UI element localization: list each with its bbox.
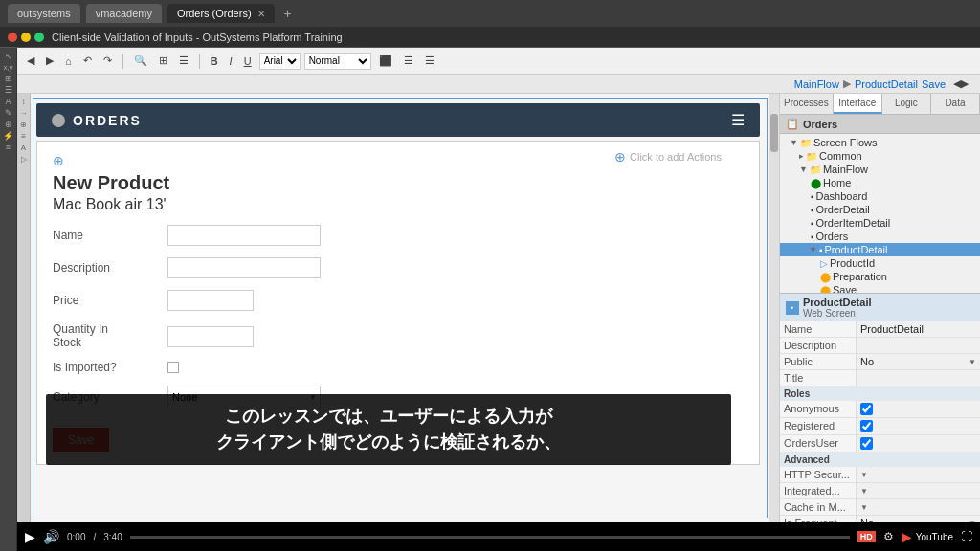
new-tab-button[interactable]: + — [284, 6, 292, 21]
add-action-icon: ⊕ — [614, 149, 626, 165]
underline-btn[interactable]: U — [240, 54, 256, 69]
prop-row-name: Name ProductDetail — [780, 321, 980, 338]
undo-btn[interactable]: ↶ — [79, 53, 96, 69]
tab-orders[interactable]: Orders (Orders) ✕ — [167, 4, 275, 23]
bold-btn[interactable]: B — [207, 54, 222, 69]
click-to-add[interactable]: ⊕ Click to add Actions — [614, 149, 722, 165]
xy-icon[interactable]: x,y — [3, 63, 12, 72]
tree-item-productdetail[interactable]: ▼ ▪ ProductDetail — [780, 243, 980, 256]
logic-tab[interactable]: Logic — [882, 94, 931, 114]
forward-btn[interactable]: ▶ — [42, 53, 57, 69]
fullscreen-icon[interactable]: ⛶ — [961, 530, 972, 543]
screen-icon: ▪ — [819, 245, 823, 255]
productdetail-link[interactable]: ProductDetail — [855, 78, 918, 90]
maximize-window-btn[interactable] — [34, 33, 44, 42]
integrated-dropdown[interactable] — [857, 483, 980, 498]
tree-item-dashboard[interactable]: ▪ Dashboard — [780, 189, 980, 203]
grid-btn[interactable]: ⊞ — [155, 53, 171, 69]
total-time: 3:40 — [103, 532, 122, 542]
tab-vmacademy[interactable]: vmacademy — [86, 4, 162, 23]
close-tab-icon[interactable]: ✕ — [257, 9, 265, 19]
folder-icon: 📁 — [806, 151, 817, 162]
tool7-icon[interactable]: ≡ — [6, 143, 11, 152]
screen-icon: ▪ — [811, 218, 814, 229]
cache-dropdown[interactable] — [857, 499, 980, 515]
style-select[interactable]: Normal — [304, 53, 371, 70]
interface-tab[interactable]: Interface — [834, 94, 882, 114]
scroll-thumb[interactable] — [770, 114, 778, 152]
youtube-label: YouTube — [916, 532, 953, 542]
tree-item-orders[interactable]: ▪ Orders — [780, 230, 980, 243]
volume-button[interactable]: 🔊 — [43, 529, 59, 544]
httpsecur-dropdown[interactable] — [857, 467, 980, 482]
screen-icon: ▪ — [811, 191, 814, 202]
font-select[interactable]: Arial — [259, 53, 301, 70]
align-right-btn[interactable]: ☰ — [421, 53, 438, 69]
tab-outsystems[interactable]: outsystems — [8, 4, 80, 23]
canvas-tool1[interactable]: ↕ — [22, 98, 26, 106]
canvas-scrollbar[interactable] — [769, 94, 779, 522]
home-btn[interactable]: ⌂ — [61, 54, 76, 69]
close-window-btn[interactable] — [8, 33, 17, 42]
tool6-icon[interactable]: ⚡ — [3, 131, 13, 141]
minimize-window-btn[interactable] — [21, 33, 31, 42]
processes-tab[interactable]: Processes — [780, 94, 834, 114]
tree-item-screen-flows[interactable]: ▼ 📁 Screen Flows — [780, 136, 980, 149]
tree-item-common[interactable]: ▸ 📁 Common — [780, 149, 980, 163]
tool4-icon[interactable]: ✎ — [5, 108, 12, 118]
settings-icon[interactable]: ⚙ — [883, 530, 894, 543]
prop-row-anonymous: Anonymous — [780, 401, 980, 418]
anonymous-checkbox[interactable] — [860, 403, 873, 415]
prop-row-description: Description — [780, 338, 980, 354]
subtitle-overlay: このレッスンでは、ユーザーによる入力が クライアント側でどのように検証されるか、 — [46, 394, 731, 465]
canvas-tool2[interactable]: → — [20, 109, 28, 118]
tree-item-home[interactable]: ⬤ Home — [780, 176, 980, 189]
tree-item-save[interactable]: ⬤ Save — [780, 283, 980, 293]
redo-btn[interactable]: ↷ — [100, 53, 116, 69]
ordersuser-checkbox[interactable] — [860, 437, 873, 450]
tree-item-mainflow[interactable]: ▼ 📁 MainFlow — [780, 163, 980, 176]
registered-checkbox[interactable] — [860, 420, 873, 432]
cursor-icon[interactable]: ↖ — [5, 52, 12, 61]
collapse-icon: ▼ — [799, 165, 808, 174]
prop-row-registered: Registered — [780, 418, 980, 435]
isfrequent-dropdown[interactable]: No — [857, 516, 980, 522]
flow-edit-btn[interactable]: ◀▶ — [949, 76, 972, 92]
folder-icon: 📁 — [810, 165, 821, 175]
var-icon: ▷ — [820, 258, 828, 269]
tree-item-productid[interactable]: ▷ ProductId — [780, 256, 980, 270]
play-button[interactable]: ▶ — [25, 529, 35, 544]
public-dropdown[interactable]: No — [857, 354, 980, 369]
tree-item-orderitemdetail[interactable]: ▪ OrderItemDetail — [780, 216, 980, 230]
canvas-tool4[interactable]: ≡ — [21, 132, 26, 141]
tool5-icon[interactable]: ⊕ — [5, 120, 12, 129]
window-title: Client-side Validation of Inputs - OutSy… — [52, 32, 343, 43]
canvas-tool5[interactable]: A — [21, 143, 26, 152]
canvas-area[interactable]: ↕ → ⊕ ≡ A ▷ ORDERS ☰ — [17, 94, 779, 522]
align-center-btn[interactable]: ☰ — [400, 53, 417, 69]
canvas-tool6[interactable]: ▷ — [21, 155, 27, 164]
align-left-btn[interactable]: ⬛ — [375, 53, 396, 69]
expand-icon: ▸ — [799, 151, 804, 161]
save-link[interactable]: Save — [922, 78, 946, 90]
window-controls — [8, 33, 44, 42]
prop-row-integrated: Integrated... — [780, 483, 980, 499]
prep-icon: ⬤ — [820, 272, 831, 282]
progress-bar[interactable] — [130, 536, 850, 539]
tool3-icon[interactable]: A — [5, 97, 11, 106]
zoom-btn[interactable]: 🔍 — [130, 53, 151, 69]
tree-header: 📋 Orders — [780, 115, 980, 134]
data-tab[interactable]: Data — [931, 94, 980, 114]
align-btn[interactable]: ☰ — [175, 53, 192, 69]
italic-btn[interactable]: I — [226, 54, 236, 69]
canvas-tool3[interactable]: ⊕ — [20, 121, 27, 129]
tool2-icon[interactable]: ☰ — [5, 85, 12, 95]
tool1-icon[interactable]: ⊞ — [5, 74, 12, 83]
mainflow-link[interactable]: MainFlow — [794, 78, 839, 90]
tree-item-preparation[interactable]: ⬤ Preparation — [780, 270, 980, 283]
prop-table: Name ProductDetail Description Public No — [780, 321, 980, 522]
sep2 — [199, 54, 200, 69]
back-btn[interactable]: ◀ — [23, 53, 38, 69]
current-time: 0:00 — [67, 532, 85, 542]
tree-item-orderdetail[interactable]: ▪ OrderDetail — [780, 203, 980, 216]
